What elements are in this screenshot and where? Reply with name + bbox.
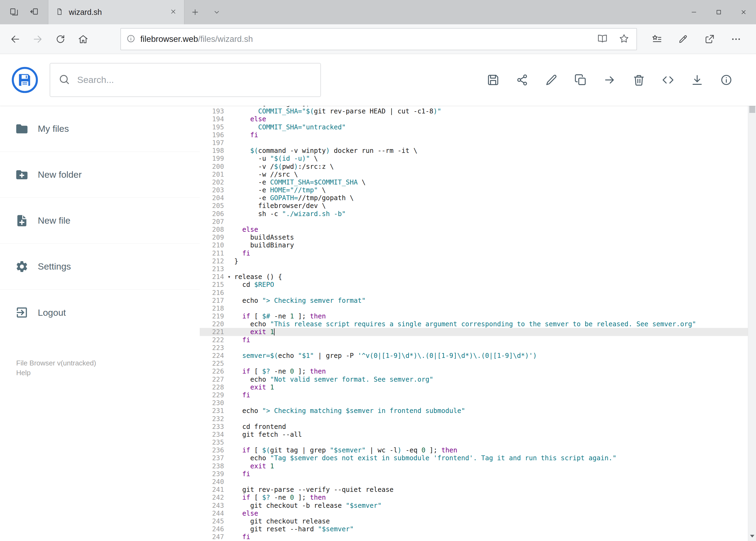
copy-button[interactable] xyxy=(570,69,591,91)
code-line[interactable]: 223 xyxy=(200,344,748,352)
code-line[interactable]: 241 git rev-parse --verify --quiet relea… xyxy=(200,486,748,493)
code-line[interactable]: 246 git reset --hard "$semver" xyxy=(200,525,748,533)
code-line[interactable]: 212} xyxy=(200,257,748,265)
code-line[interactable]: 210 buildBinary xyxy=(200,241,748,249)
code-line[interactable]: 214▾release () { xyxy=(200,273,748,280)
page-info-icon[interactable] xyxy=(126,34,135,44)
code-line[interactable]: 224 semver=$(echo "$1" | grep -P '^v(0|[… xyxy=(200,352,748,359)
close-window-button[interactable] xyxy=(731,0,756,24)
code-line[interactable]: 235 xyxy=(200,438,748,446)
code-line[interactable]: 228 exit 1 xyxy=(200,383,748,391)
code-line[interactable]: 234 git fetch --all xyxy=(200,430,748,438)
code-line[interactable]: 226 if [ $? -ne 0 ]; then xyxy=(200,367,748,375)
code-line[interactable]: 204 -e GOPATH=//tmp/gopath \ xyxy=(200,194,748,202)
sidebar-item-new-folder[interactable]: New folder xyxy=(0,152,200,198)
code-line[interactable]: 219 if [ $# -ne 1 ]; then xyxy=(200,312,748,320)
hub-favorites-button[interactable] xyxy=(645,28,668,51)
close-tab-icon[interactable] xyxy=(169,8,177,16)
code-line[interactable]: 216 xyxy=(200,289,748,296)
code-line[interactable]: 194 else xyxy=(200,115,748,123)
web-note-button[interactable] xyxy=(672,28,694,51)
favorite-star-icon[interactable] xyxy=(619,33,630,45)
scroll-down-arrow-icon[interactable] xyxy=(748,531,756,541)
address-bar[interactable]: filebrowser.web/files/wizard.sh xyxy=(121,28,637,50)
search-input[interactable] xyxy=(77,75,312,85)
reading-view-icon[interactable] xyxy=(597,33,608,45)
code-line[interactable]: 237 echo "Tag $semver does not exist in … xyxy=(200,454,748,462)
share-button[interactable] xyxy=(511,69,533,91)
code-line[interactable]: 243 git checkout -b release "$semver" xyxy=(200,502,748,509)
code-line[interactable]: 193 COMMIT_SHA="$(git rev-parse HEAD | c… xyxy=(200,107,748,115)
minimize-button[interactable] xyxy=(681,0,706,24)
more-button[interactable] xyxy=(725,28,747,51)
code-line[interactable]: 203 -e HOME="//tmp" \ xyxy=(200,186,748,194)
edit-button[interactable] xyxy=(541,69,562,91)
code-line[interactable]: 230 xyxy=(200,399,748,407)
filebrowser-logo[interactable] xyxy=(11,66,39,94)
code-line[interactable]: 196 fi xyxy=(200,131,748,139)
sidebar-item-logout[interactable]: Logout xyxy=(0,289,200,335)
info-button[interactable] xyxy=(715,69,737,91)
code-line[interactable]: 245 git checkout release xyxy=(200,517,748,525)
line-number: 195 xyxy=(200,123,224,131)
code-line[interactable]: 200 -v /$(pwd):/src:z \ xyxy=(200,163,748,171)
code-line[interactable]: 218 xyxy=(200,304,748,312)
code-line[interactable]: 207 xyxy=(200,218,748,226)
code-line[interactable]: 247 fi xyxy=(200,533,748,541)
sidebar-item-settings[interactable]: Settings xyxy=(0,244,200,289)
code-line[interactable]: 232 xyxy=(200,415,748,423)
save-button[interactable] xyxy=(482,69,504,91)
fold-marker-icon[interactable]: ▾ xyxy=(224,273,234,280)
code-text: if [ $? -ne 0 ]; then xyxy=(234,367,748,375)
code-line[interactable]: 231 echo "> Checking matching $semver in… xyxy=(200,407,748,415)
code-line[interactable]: 197 xyxy=(200,139,748,147)
code-line[interactable]: 211 fi xyxy=(200,249,748,257)
code-line[interactable]: 215 cd $REPO xyxy=(200,280,748,288)
code-editor-viewport[interactable]: 192 if [ -d .git ]; then193 COMMIT_SHA="… xyxy=(200,106,748,541)
code-line[interactable]: 205 filebrowser/dev \ xyxy=(200,202,748,210)
sidebar-item-my-files[interactable]: My files xyxy=(0,106,200,152)
code-line[interactable]: 229 fi xyxy=(200,391,748,399)
code-line[interactable]: 222 fi xyxy=(200,336,748,344)
code-line[interactable]: 217 echo "> Checking semver format" xyxy=(200,296,748,304)
code-line[interactable]: 221 exit 1 xyxy=(200,328,748,336)
code-line[interactable]: 225 xyxy=(200,359,748,367)
code-line[interactable]: 239 fi xyxy=(200,470,748,478)
code-line[interactable]: 238 exit 1 xyxy=(200,462,748,470)
page-scrollbar[interactable] xyxy=(748,54,756,541)
code-line[interactable]: 240 xyxy=(200,478,748,486)
code-line[interactable]: 244 else xyxy=(200,509,748,517)
code-line[interactable]: 220 echo "This release script requires a… xyxy=(200,320,748,328)
code-line[interactable]: 195 COMMIT_SHA="untracked" xyxy=(200,123,748,131)
code-line[interactable]: 206 sh -c "./wizard.sh -b" xyxy=(200,210,748,218)
code-line[interactable]: 199 -u "$(id -u)" \ xyxy=(200,155,748,162)
home-button[interactable] xyxy=(72,28,95,51)
sidebar-item-new-file[interactable]: New file xyxy=(0,198,200,244)
maximize-button[interactable] xyxy=(706,0,731,24)
delete-button[interactable] xyxy=(628,69,650,91)
code-line[interactable]: 209 buildAssets xyxy=(200,234,748,241)
code-line[interactable]: 233 cd frontend xyxy=(200,423,748,430)
info-icon xyxy=(720,74,732,86)
help-link[interactable]: Help xyxy=(16,368,183,377)
back-button[interactable] xyxy=(4,28,26,51)
tab-list-button[interactable] xyxy=(206,0,227,24)
code-line[interactable]: 198 $(command -v winpty) docker run --rm… xyxy=(200,147,748,155)
code-line[interactable]: 242 if [ $? -ne 0 ]; then xyxy=(200,493,748,501)
forward-button[interactable] xyxy=(26,28,49,51)
move-button[interactable] xyxy=(599,69,621,91)
code-line[interactable]: 213 xyxy=(200,265,748,273)
new-tab-button[interactable] xyxy=(184,0,206,24)
raw-code-button[interactable] xyxy=(657,69,679,91)
download-button[interactable] xyxy=(686,69,708,91)
code-line[interactable]: 236 if [ $(git tag | grep "$semver" | wc… xyxy=(200,446,748,454)
set-tabs-aside-icon[interactable] xyxy=(29,7,39,18)
share-button[interactable] xyxy=(698,28,721,51)
code-line[interactable]: 201 -w //src \ xyxy=(200,171,748,178)
browser-tab[interactable]: wizard.sh xyxy=(48,0,184,24)
tab-preview-icon[interactable] xyxy=(9,7,19,18)
refresh-button[interactable] xyxy=(49,28,72,51)
code-line[interactable]: 208 else xyxy=(200,226,748,234)
code-line[interactable]: 202 -e COMMIT_SHA=$COMMIT_SHA \ xyxy=(200,178,748,186)
code-line[interactable]: 227 echo "Not valid semver format. See s… xyxy=(200,375,748,383)
